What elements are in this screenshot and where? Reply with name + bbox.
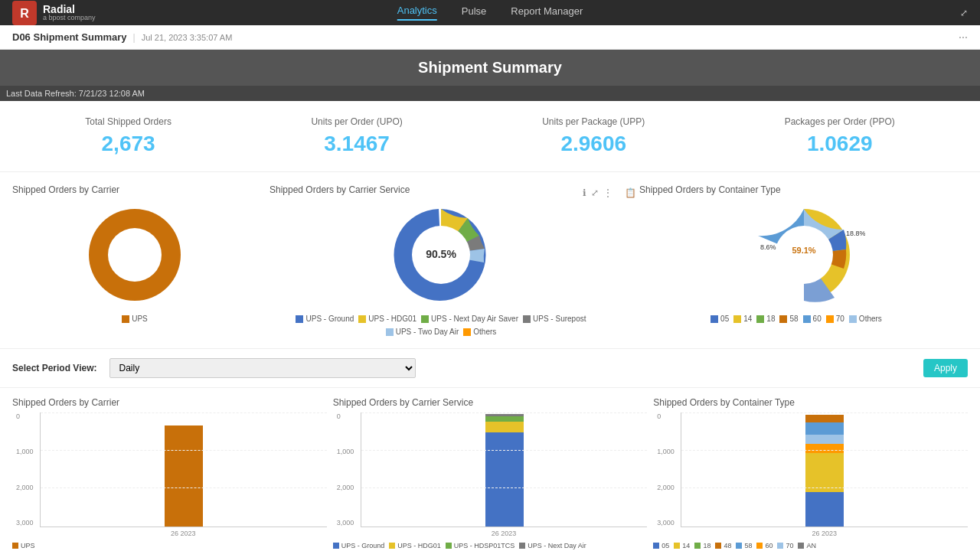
expand-icon[interactable]: ⤢ [960, 8, 968, 18]
legend-dot [653, 543, 659, 549]
legend-label: 70 [836, 315, 844, 323]
container-bar-title: Shipped Orders by Container Type [653, 397, 968, 408]
legend-label: 58 [789, 315, 798, 323]
legend-60: 60 [803, 315, 822, 323]
info-icon[interactable]: ℹ [583, 187, 586, 198]
carrier-pie-container: 100% UPS [12, 201, 257, 323]
legend-dot [389, 543, 395, 549]
svg-text:100%: 100% [119, 251, 151, 264]
legend-ups-ground: UPS - Ground [296, 315, 354, 323]
legend-70: 70 [826, 315, 844, 323]
legend-dot [715, 543, 721, 549]
legend-dot [710, 315, 718, 323]
bar-70 [805, 435, 844, 444]
legend-label: 60 [765, 542, 773, 549]
bar-60 [805, 444, 844, 453]
carrier-service-pie-chart: 90.5% [380, 201, 502, 308]
carrier-service-bar-title: Shipped Orders by Carrier Service [333, 397, 648, 408]
kpi-upo-value: 3.1467 [311, 132, 402, 156]
breadcrumb-action-icon[interactable]: ⋯ [959, 32, 968, 43]
nav-report-manager[interactable]: Report Manager [511, 5, 583, 20]
legend-label: 18 [766, 315, 775, 323]
y-label: 2,000 [16, 484, 34, 491]
legend-hdg01-bar: UPS - HDG01 [389, 542, 441, 549]
svg-text:90.5%: 90.5% [426, 248, 456, 260]
legend-dot [446, 543, 452, 549]
legend-60-bar: 60 [756, 542, 773, 549]
carrier-bar-wrapper [41, 412, 327, 527]
legend-label: UPS - Surepost [533, 315, 586, 323]
kpi-upo: Units per Order (UPO) 3.1467 [311, 116, 402, 156]
carrier-service-pie-title: Shipped Orders by Carrier Service [270, 184, 410, 195]
nav-analytics[interactable]: Analytics [397, 5, 437, 21]
legend-label: UPS - Next Day Air [528, 542, 586, 549]
legend-label: Others [473, 328, 496, 336]
legend-label: 48 [724, 542, 731, 549]
svg-text:59.1%: 59.1% [792, 246, 815, 255]
legend-label: UPS - Ground [341, 542, 385, 549]
breadcrumb-date: Jul 21, 2023 3:35:07 AM [142, 33, 233, 42]
kpi-total-shipped-value: 2,673 [85, 132, 172, 156]
legend-label: 05 [720, 315, 729, 323]
expand-chart-icon[interactable]: ⤢ [591, 187, 599, 198]
carrier-service-x-label: 26 2023 [361, 530, 648, 537]
legend-label: 14 [743, 315, 752, 323]
bar-segment-hdsp [485, 416, 524, 422]
container-bar-legend: 05 14 18 48 58 60 [653, 542, 968, 549]
carrier-service-bar-panel: Shipped Orders by Carrier Service 3,000 … [333, 397, 648, 551]
legend-05: 05 [710, 315, 729, 323]
legend-dot [826, 315, 834, 323]
legend-ups-hdg01: UPS - HDG01 [358, 315, 416, 323]
more-icon[interactable]: ⋮ [603, 187, 612, 198]
carrier-x-label: 26 2023 [40, 530, 327, 537]
period-select[interactable]: Daily Weekly Monthly [109, 358, 416, 378]
carrier-service-pie-container: 90.5% UPS - Ground UPS - HDG01 UPS - Nex… [270, 201, 612, 336]
legend-dot [358, 315, 366, 323]
carrier-bar-title: Shipped Orders by Carrier [12, 397, 327, 408]
legend-ups: UPS [122, 315, 148, 323]
container-bar-wrapper [681, 412, 968, 527]
logo-sub: a bpost company [43, 15, 96, 21]
nav-pulse[interactable]: Pulse [462, 5, 487, 20]
y-label: 0 [16, 412, 34, 420]
logo-name: Radial [43, 4, 96, 15]
carrier-pie-title: Shipped Orders by Carrier [12, 184, 257, 195]
container-type-pie-container: 59.1% 18.8% 8.6% 05 14 18 [625, 201, 968, 323]
legend-dot [733, 315, 741, 323]
carrier-service-y-axis: 3,000 2,000 1,000 0 [337, 412, 354, 527]
legend-label: UPS - Ground [305, 315, 354, 323]
legend-label: UPS - HDG01 [368, 315, 416, 323]
grid-line [681, 450, 968, 451]
kpi-ppo: Packages per Order (PPO) 1.0629 [785, 116, 895, 156]
legend-label: 05 [662, 542, 669, 549]
grid-line [41, 412, 327, 413]
legend-others: Others [463, 328, 496, 336]
carrier-service-legend: UPS - Ground UPS - HDG01 UPS - Next Day … [270, 315, 612, 336]
legend-dot [386, 328, 394, 336]
container-stacked-bar [805, 412, 844, 527]
legend-label: UPS - Two Day Air [396, 328, 459, 336]
kpi-upo-label: Units per Order (UPO) [311, 116, 402, 127]
legend-dot [798, 543, 804, 549]
legend-ground-bar: UPS - Ground [333, 542, 385, 549]
container-type-pie-panel: 📋 Shipped Orders by Container Type 59.1%… [625, 184, 968, 336]
legend-dot [421, 315, 429, 323]
legend-70-bar: 70 [777, 542, 793, 549]
legend-label: 60 [813, 315, 822, 323]
apply-button[interactable]: Apply [923, 359, 968, 377]
stacked-bar [485, 412, 524, 527]
legend-label: AN [806, 542, 816, 549]
bar-05 [805, 492, 844, 527]
y-label: 1,000 [337, 448, 354, 455]
legend-label: Others [859, 315, 882, 323]
carrier-pie-legend: UPS [122, 315, 148, 323]
carrier-pie-panel: Shipped Orders by Carrier 100% UPS [12, 184, 257, 336]
legend-dot [777, 543, 783, 549]
kpi-ppo-value: 1.0629 [785, 132, 895, 156]
carrier-service-pie-panel: Shipped Orders by Carrier Service ℹ ⤢ ⋮ … [270, 184, 612, 336]
legend-14: 14 [733, 315, 752, 323]
carrier-y-axis: 3,000 2,000 1,000 0 [16, 412, 34, 527]
grid-line [361, 412, 648, 413]
kpi-total-shipped-label: Total Shipped Orders [85, 116, 172, 127]
legend-dot [519, 543, 525, 549]
